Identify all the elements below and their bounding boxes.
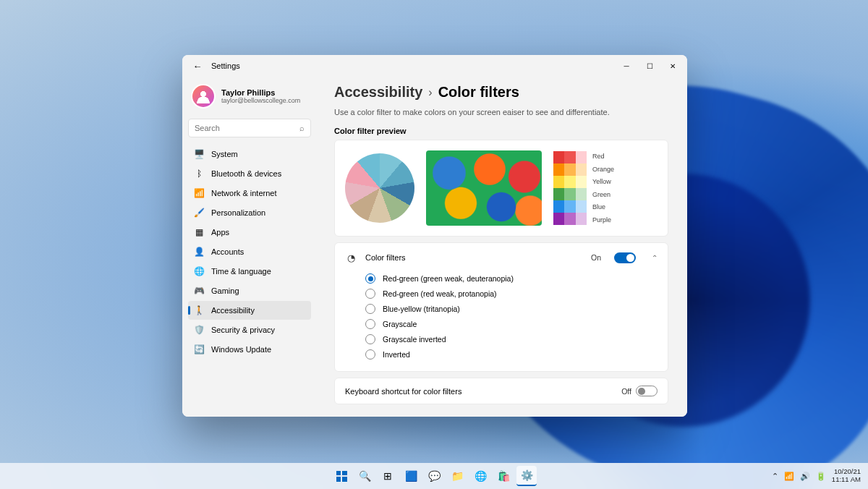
sidebar: Taylor Phillips taylor@bellowscollege.co… [182, 77, 317, 417]
color-filters-header[interactable]: ◔ Color filters On ⌃ [345, 252, 658, 263]
filter-option[interactable]: Inverted [365, 349, 658, 360]
swatch-label: Orange [592, 166, 614, 173]
filter-option[interactable]: Grayscale inverted [365, 334, 658, 344]
volume-icon[interactable]: 🔊 [800, 472, 810, 481]
nav-label: Personalization [211, 208, 265, 217]
nav-icon: ᛒ [194, 169, 204, 179]
color-filters-title: Color filters [365, 253, 582, 262]
breadcrumb-parent[interactable]: Accessibility [334, 84, 422, 101]
search-input[interactable] [195, 124, 299, 132]
filter-option-label: Grayscale [383, 320, 417, 328]
nav-label: Apps [211, 228, 229, 237]
sidebar-item-bluetooth-devices[interactable]: ᛒBluetooth & devices [188, 164, 311, 183]
nav-icon: 🛡️ [194, 325, 204, 335]
battery-icon[interactable]: 🔋 [816, 472, 826, 481]
user-email: taylor@bellowscollege.com [221, 97, 300, 104]
swatch-label: Yellow [592, 178, 614, 185]
wifi-icon[interactable]: 📶 [784, 472, 794, 481]
store[interactable]: 🛍️ [493, 466, 514, 486]
page-description: Use a color filter to make colors on you… [334, 108, 668, 116]
swatch-labels: RedOrangeYellowGreenBluePurple [592, 151, 614, 225]
filter-option[interactable]: Red-green (green weak, deuteranopia) [365, 273, 658, 284]
close-button[interactable]: ✕ [661, 57, 684, 75]
nav-icon: 🖥️ [194, 149, 204, 159]
breadcrumb: Accessibility › Color filters [334, 84, 668, 101]
breadcrumb-current: Color filters [438, 84, 519, 101]
file-explorer[interactable]: 📁 [447, 466, 467, 486]
preview-card: RedOrangeYellowGreenBluePurple [334, 140, 668, 237]
nav-icon: 🔄 [194, 344, 204, 354]
back-button[interactable]: ← [190, 58, 205, 74]
edge[interactable]: 🌐 [470, 466, 490, 486]
content-area: Accessibility › Color filters Use a colo… [317, 77, 687, 417]
swatch-label: Red [592, 153, 614, 160]
nav-icon: 🚶 [194, 305, 204, 315]
nav-list: 🖥️SystemᛒBluetooth & devices📶Network & i… [188, 145, 311, 359]
settings-taskbar[interactable]: ⚙️ [516, 466, 537, 486]
sidebar-item-time-language[interactable]: 🌐Time & language [188, 262, 311, 281]
swatch-grid [553, 151, 587, 225]
avatar [191, 84, 216, 109]
chevron-right-icon: › [428, 86, 432, 99]
nav-icon: 👤 [194, 247, 204, 257]
radio-icon [365, 319, 375, 329]
shortcut-toggle[interactable] [636, 386, 658, 396]
filter-icon: ◔ [345, 252, 357, 263]
clock[interactable]: 10/20/21 11:11 AM [832, 468, 861, 484]
nav-label: Accessibility [211, 306, 255, 315]
swatch-label: Blue [592, 203, 614, 211]
window-title: Settings [211, 61, 240, 70]
tray-time: 11:11 AM [832, 476, 861, 484]
settings-window: ← Settings ─ ☐ ✕ Taylor Phillips taylor@… [182, 55, 687, 417]
sidebar-item-security-privacy[interactable]: 🛡️Security & privacy [188, 320, 311, 339]
widgets[interactable]: 🟦 [401, 466, 421, 486]
color-filters-toggle[interactable] [614, 252, 636, 263]
filter-option-label: Red-green (red weak, protanopia) [383, 289, 497, 298]
radio-icon [365, 334, 375, 344]
chat[interactable]: 💬 [424, 466, 444, 486]
filter-option[interactable]: Red-green (red weak, protanopia) [365, 289, 658, 299]
sidebar-item-accessibility[interactable]: 🚶Accessibility [188, 301, 311, 320]
filter-option[interactable]: Grayscale [365, 319, 658, 329]
tray-chevron-icon[interactable]: ⌃ [772, 472, 778, 481]
sidebar-item-network-internet[interactable]: 📶Network & internet [188, 184, 311, 203]
system-tray[interactable]: ⌃ 📶 🔊 🔋 10/20/21 11:11 AM [772, 468, 868, 484]
sidebar-item-windows-update[interactable]: 🔄Windows Update [188, 340, 311, 359]
filter-option[interactable]: Blue-yellow (tritanopia) [365, 304, 658, 314]
radio-icon [365, 349, 375, 360]
sidebar-item-apps[interactable]: ▦Apps [188, 223, 311, 242]
task-view[interactable]: ⊞ [378, 466, 398, 486]
nav-label: Bluetooth & devices [211, 169, 281, 178]
taskbar: 🔍 ⊞ 🟦 💬 📁 🌐 🛍️ ⚙️ ⌃ 📶 🔊 🔋 10/20/21 11:11… [0, 463, 868, 489]
sidebar-item-personalization[interactable]: 🖌️Personalization [188, 203, 311, 222]
search-box[interactable]: ⌕ [188, 119, 311, 137]
nav-icon: 📶 [194, 188, 204, 198]
sidebar-item-system[interactable]: 🖥️System [188, 145, 311, 163]
user-profile[interactable]: Taylor Phillips taylor@bellowscollege.co… [188, 80, 311, 116]
filter-option-label: Red-green (green weak, deuteranopia) [383, 274, 514, 283]
window-controls: ─ ☐ ✕ [615, 57, 684, 75]
preview-label: Color filter preview [334, 127, 668, 135]
keyboard-shortcut-card[interactable]: Keyboard shortcut for color filters Off [334, 378, 668, 404]
sidebar-item-gaming[interactable]: 🎮Gaming [188, 281, 311, 300]
radio-icon [365, 289, 375, 299]
nav-icon: ▦ [194, 227, 204, 237]
pie-preview [345, 153, 414, 223]
chevron-up-icon[interactable]: ⌃ [652, 254, 658, 262]
taskbar-search[interactable]: 🔍 [354, 466, 375, 486]
swatch-label: Purple [592, 216, 614, 224]
filter-options: Red-green (green weak, deuteranopia)Red-… [365, 273, 658, 360]
radio-icon [365, 273, 375, 284]
sidebar-item-accounts[interactable]: 👤Accounts [188, 242, 311, 261]
swatch-label: Green [592, 191, 614, 198]
start-button[interactable] [331, 466, 352, 486]
filter-option-label: Grayscale inverted [383, 335, 446, 344]
nav-icon: 🌐 [194, 266, 204, 276]
window-body: Taylor Phillips taylor@bellowscollege.co… [182, 77, 687, 417]
filter-option-label: Inverted [383, 350, 410, 359]
shortcut-state-label: Off [621, 387, 631, 396]
nav-label: Windows Update [211, 345, 271, 354]
maximize-button[interactable]: ☐ [638, 57, 661, 75]
minimize-button[interactable]: ─ [615, 57, 638, 75]
swatch-preview: RedOrangeYellowGreenBluePurple [553, 151, 614, 225]
